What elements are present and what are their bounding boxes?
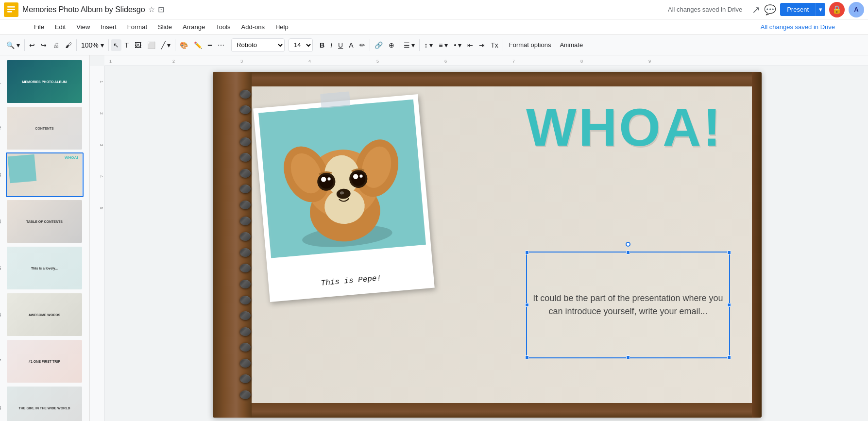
slide-thumbnail-8[interactable]: 8 THE GIRL IN THE WIDE WORLD [6, 386, 84, 421]
menu-insert[interactable]: Insert [96, 21, 121, 33]
border-weight-button[interactable]: ━ [205, 39, 214, 51]
menu-tools[interactable]: Tools [211, 21, 235, 33]
slide-thumbnail-2[interactable]: 2 CONTENTS [6, 106, 84, 151]
app-icon [4, 2, 18, 17]
slide-thumbnail-3[interactable]: 3 WHOA! [6, 152, 84, 197]
doc-title[interactable]: Memories Photo Album by Slidesgo [22, 5, 145, 14]
polaroid-photo[interactable]: This is Pepe! [253, 94, 435, 302]
menu-help[interactable]: Help [271, 21, 293, 33]
resize-handle-ml[interactable] [525, 303, 529, 307]
polaroid-image [258, 99, 426, 258]
resize-handle-tr[interactable] [727, 251, 731, 254]
wood-right-border [752, 72, 762, 418]
spiral-ring [240, 343, 251, 352]
resize-handle-mr[interactable] [727, 303, 731, 307]
activity-button[interactable]: ↗ [752, 4, 760, 16]
menu-addons[interactable]: Add-ons [237, 21, 270, 33]
border-color-button[interactable]: ✏️ [191, 39, 204, 51]
whoa-heading[interactable]: WHOA! [526, 96, 723, 158]
spiral-ring [240, 390, 251, 399]
spiral-ring [240, 232, 251, 241]
border-dash-button[interactable]: ⋯ [215, 39, 227, 51]
resize-handle-br[interactable] [727, 355, 731, 359]
slide-content[interactable]: This is Pepe! WHOA! It could be th [213, 72, 762, 418]
comments-button[interactable]: 💬 [764, 4, 776, 16]
list-numbered-button[interactable]: ≡ ▾ [436, 39, 450, 51]
account-button[interactable]: A [849, 2, 864, 17]
text-box-inner[interactable]: It could be the part of the presentation… [532, 257, 724, 353]
resize-handle-tl[interactable] [525, 251, 529, 254]
line-tool-button[interactable]: ╱ ▾ [159, 39, 173, 51]
toolbar: 🔍 ▾ ↩ ↪ 🖨 🖌 100% ▾ ↖ T 🖼 ⬜ ╱ ▾ 🎨 ✏️ ━ ⋯ … [0, 35, 868, 55]
resize-handle-bl[interactable] [525, 355, 529, 359]
present-button[interactable]: Present [780, 3, 816, 16]
resize-handle-tc[interactable] [626, 251, 630, 254]
clear-formatting-button[interactable]: Tx [488, 39, 501, 51]
slide-thumbnail-7[interactable]: 7 #1 ONE FIRST TRIP [6, 339, 84, 384]
bold-button[interactable]: B [317, 39, 327, 51]
menu-file[interactable]: File [29, 21, 49, 33]
zoom-level-button[interactable]: 100% ▾ [79, 39, 106, 51]
align-button[interactable]: ☰ ▾ [401, 39, 418, 51]
menu-arrange[interactable]: Arrange [178, 21, 210, 33]
print-button[interactable]: 🖨 [50, 39, 62, 51]
underline-button[interactable]: U [336, 39, 345, 51]
spiral-ring [240, 217, 251, 225]
selected-text-box[interactable]: It could be the part of the presentation… [526, 252, 730, 358]
menu-edit[interactable]: Edit [50, 21, 70, 33]
font-size-select[interactable]: 14 [289, 38, 313, 52]
slide-thumbnail-6[interactable]: 6 AWESOME WORDS [6, 292, 84, 337]
spiral-ring [240, 374, 251, 383]
image-tool-button[interactable]: 🖼 [132, 39, 144, 51]
polaroid-tape [320, 91, 350, 108]
spiral-ring [240, 121, 251, 130]
menu-format[interactable]: Format [122, 21, 152, 33]
paint-format-button[interactable]: 🖌 [63, 39, 74, 51]
spiral-ring [240, 90, 251, 99]
spiral-ring [240, 264, 251, 272]
all-changes-saved[interactable]: All changes saved in Drive [757, 21, 839, 33]
zoom-menu-button[interactable]: 🔍 ▾ [4, 39, 22, 51]
format-options-button[interactable]: Format options [505, 39, 555, 51]
present-dropdown-button[interactable]: ▾ [816, 3, 825, 16]
canvas-area[interactable]: 1 2 3 4 5 6 7 8 9 1 2 3 4 5 [90, 55, 868, 421]
indent-decrease-button[interactable]: ⇤ [465, 39, 476, 51]
svg-rect-2 [7, 9, 15, 10]
redo-button[interactable]: ↪ [38, 39, 49, 51]
spiral-ring [240, 105, 251, 114]
menu-slide[interactable]: Slide [153, 21, 177, 33]
star-icon[interactable]: ☆ [148, 5, 155, 14]
slide-thumbnail-4[interactable]: 4 TABLE OF CONTENTS [6, 199, 84, 244]
animate-button[interactable]: Animate [556, 39, 587, 51]
svg-rect-1 [7, 6, 15, 8]
link-button[interactable]: 🔗 [372, 39, 385, 51]
resize-handle-bc[interactable] [626, 355, 630, 359]
wood-top-border [213, 72, 762, 86]
spiral-ring [240, 201, 251, 209]
bg-color-button[interactable]: 🎨 [177, 39, 190, 51]
slide-thumbnail-1[interactable]: 1 MEMORIES PHOTO ALBUM [6, 59, 84, 104]
wood-bottom-border [213, 403, 762, 418]
undo-button[interactable]: ↩ [27, 39, 37, 51]
list-bullet-button[interactable]: • ▾ [451, 39, 464, 51]
line-spacing-button[interactable]: ↕ ▾ [422, 39, 435, 51]
title-area: Memories Photo Album by Slidesgo ☆ ⊡ [22, 5, 164, 14]
italic-button[interactable]: I [328, 39, 335, 51]
spiral-ring [240, 296, 251, 304]
polaroid-caption: This is Pepe! [269, 269, 434, 292]
spiral-ring [240, 311, 251, 320]
slide-thumbnail-5[interactable]: 5 This is a lovely... [6, 246, 84, 290]
folder-icon[interactable]: ⊡ [158, 5, 164, 14]
font-family-select[interactable]: Roboto [231, 38, 285, 52]
rotation-handle[interactable] [626, 242, 630, 247]
shapes-tool-button[interactable]: ⬜ [145, 39, 158, 51]
highlight-button[interactable]: ✏ [357, 39, 368, 51]
menu-view[interactable]: View [71, 21, 95, 33]
insert-link-button[interactable]: ⊕ [386, 39, 397, 51]
lock-button[interactable]: 🔒 [829, 2, 845, 17]
spiral-rings [238, 86, 253, 403]
text-tool-button[interactable]: T [122, 39, 132, 51]
font-color-button[interactable]: A [346, 39, 356, 51]
select-tool-button[interactable]: ↖ [111, 39, 121, 51]
indent-increase-button[interactable]: ⇥ [477, 39, 487, 51]
